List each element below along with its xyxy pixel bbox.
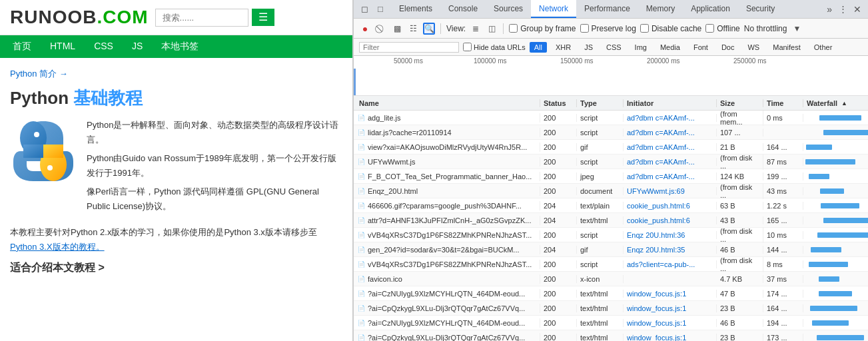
file-icon-9: 📄 [356, 245, 366, 254]
tab-console[interactable]: Console [440, 0, 486, 18]
nav-js[interactable]: JS [123, 35, 152, 58]
row-initiator-12[interactable]: window_focus.js:1 [624, 290, 717, 298]
table-row[interactable]: 📄 ?ai=CzNUlygL9XlzMCYHLrQTN_464DM-eoud..… [354, 286, 868, 301]
tab-application[interactable]: Application [683, 0, 738, 18]
nav-html[interactable]: HTML [41, 35, 85, 58]
tab-elements[interactable]: Elements [391, 0, 440, 18]
preserve-log-label[interactable]: Preserve log [580, 24, 636, 33]
row-name-9: 📄 gen_204?id=sodar&v=30&t=2&bgai=BUCkM..… [354, 245, 540, 254]
footer-link[interactable]: Python 3.X版本的教程。 [10, 242, 105, 252]
col-header-type[interactable]: Type [577, 99, 624, 107]
row-initiator-15[interactable]: window_focus.js:1 [624, 334, 717, 342]
tab-memory[interactable]: Memory [638, 0, 683, 18]
group-by-frame-checkbox[interactable] [509, 24, 518, 33]
filter-icon[interactable]: ☷ [407, 23, 419, 35]
row-initiator-14[interactable]: window_focus.js:1 [624, 319, 717, 327]
more-tabs-button[interactable]: » [823, 4, 835, 15]
undock-icon[interactable]: □ [373, 2, 388, 17]
search-button[interactable]: 🔍 [423, 23, 435, 35]
filter-input[interactable] [359, 42, 459, 53]
filter-all[interactable]: All [530, 42, 547, 53]
row-initiator-8[interactable]: Enqz 20U.html:36 [624, 231, 717, 239]
view-list-icon[interactable]: ≣ [470, 23, 482, 35]
filter-css[interactable]: CSS [602, 42, 626, 53]
filter-ws[interactable]: WS [743, 42, 764, 53]
col-header-waterfall[interactable]: Waterfall▲ [803, 99, 868, 107]
row-initiator-1[interactable]: ad?dbm c=AKAmf-... [624, 129, 717, 137]
row-initiator-7[interactable]: cookie_push.html:6 [624, 216, 717, 224]
row-initiator-10[interactable]: ads?client=ca-pub-... [624, 260, 717, 268]
waterfall-bar-13 [810, 306, 857, 311]
col-header-initiator[interactable]: Initiator [624, 99, 717, 107]
waterfall-bar-6 [821, 203, 859, 208]
camera-button[interactable]: ▩ [391, 23, 403, 35]
col-header-size[interactable]: Size [717, 99, 763, 107]
row-status-8: 200 [540, 231, 577, 239]
preserve-log-checkbox[interactable] [580, 24, 589, 33]
row-status-2: 200 [540, 143, 577, 151]
table-row[interactable]: 📄 favicon.ico 200 x-icon 4.7 KB 37 ms [354, 272, 868, 286]
row-initiator-4[interactable]: ad?dbm c=AKAmf-... [624, 172, 717, 180]
table-row[interactable]: 📄 F_B_COT_Tea_Set_Programmatic_banner_Ha… [354, 169, 868, 184]
nav-home[interactable]: 首页 [3, 35, 41, 58]
col-header-name[interactable]: Name [354, 99, 540, 107]
tab-sources[interactable]: Sources [486, 0, 531, 18]
row-initiator-5[interactable]: UFYwWwmt.js:69 [624, 187, 717, 195]
tab-network[interactable]: Network [531, 0, 576, 18]
table-row[interactable]: 📄 ?ai=CpQzkygL9XLu-Dlj3rQTQqr7gAtCz67VVq… [354, 330, 868, 341]
throttling-dropdown[interactable]: ▼ [791, 23, 803, 35]
separator2 [503, 23, 504, 34]
row-initiator-6[interactable]: cookie_push.html:6 [624, 202, 717, 210]
table-row[interactable]: 📄 466606.gif?cparams=google_push%3DAHNF.… [354, 198, 868, 213]
table-row[interactable]: 📄 Enqz_20U.html 200 document UFYwWwmt.js… [354, 184, 868, 198]
row-initiator-13[interactable]: window_focus.js:1 [624, 304, 717, 312]
filter-xhr[interactable]: XHR [551, 42, 576, 53]
offline-checkbox[interactable] [705, 24, 714, 33]
table-row[interactable]: 📄 vVB4qXRsC37Dg1P6FS82ZMhKPNReNJhzAST...… [354, 257, 868, 272]
filter-manifest[interactable]: Manifest [768, 42, 805, 53]
filter-other[interactable]: Other [809, 42, 837, 53]
hide-data-urls-checkbox[interactable] [463, 43, 472, 51]
row-initiator-9[interactable]: Enqz 20U.html:35 [624, 246, 717, 254]
table-row[interactable]: 📄 lidar.js?cache=r20110914 200 script ad… [354, 125, 868, 140]
search-input[interactable] [155, 9, 248, 27]
table-row[interactable]: 📄 UFYwWwmt.js 200 script ad?dbm c=AKAmf-… [354, 155, 868, 169]
filter-font[interactable]: Font [689, 42, 713, 53]
nav-bookmarks[interactable]: 本地书签 [152, 35, 208, 58]
col-header-time[interactable]: Time [763, 99, 803, 107]
filter-doc[interactable]: Doc [717, 42, 739, 53]
file-icon-12: 📄 [356, 289, 366, 298]
table-row[interactable]: 📄 gen_204?id=sodar&v=30&t=2&bgai=BUCkM..… [354, 242, 868, 257]
disable-cache-label[interactable]: Disable cache [640, 24, 701, 33]
table-row[interactable]: 📄 adg_lite.js 200 script ad?dbm c=AKAmf-… [354, 111, 868, 125]
tab-performance[interactable]: Performance [576, 0, 638, 18]
dock-icon[interactable]: ◻ [357, 2, 372, 17]
row-initiator-0[interactable]: ad?dbm c=AKAmf-... [624, 114, 717, 122]
col-header-status[interactable]: Status [540, 99, 577, 107]
filter-js[interactable]: JS [580, 42, 598, 53]
nav-css[interactable]: CSS [85, 35, 123, 58]
record-button[interactable]: ● [359, 23, 371, 35]
view-grid-icon[interactable]: ◫ [486, 23, 498, 35]
filter-media[interactable]: Media [655, 42, 685, 53]
row-initiator-3[interactable]: ad?dbm c=AKAmf-... [624, 158, 717, 166]
tab-security[interactable]: Security [738, 0, 783, 18]
table-row[interactable]: 📄 attr?d=AHNF13KJuPFIZmlCnH-_aG0zSGvpzZK… [354, 213, 868, 228]
row-initiator-2[interactable]: ad?dbm c=AKAmf-... [624, 143, 717, 151]
close-devtools-button[interactable]: ✕ [850, 4, 865, 15]
menu-button[interactable]: ☰ [252, 9, 274, 26]
table-row[interactable]: 📄 view?xai=AKAOjsuwoDiMlzRVydjUtyW4RnJ5R… [354, 140, 868, 155]
offline-label[interactable]: Offline [705, 24, 739, 33]
table-row[interactable]: 📄 ?ai=CzNUlygL9XlzMCYHLrQTN_464DM-eoud..… [354, 316, 868, 330]
row-type-6: text/plain [577, 202, 624, 210]
hide-data-urls-label[interactable]: Hide data URLs [463, 43, 526, 51]
clear-button[interactable]: ⃠ [375, 23, 387, 35]
table-row[interactable]: 📄 vVB4qXRsC37Dg1P6FS82ZMhKPNReNJhzAST...… [354, 228, 868, 242]
row-type-11: x-icon [577, 275, 624, 283]
settings-icon[interactable]: ⋮ [835, 2, 850, 17]
subtitle-link[interactable]: Python 简介 → [10, 68, 68, 80]
disable-cache-checkbox[interactable] [640, 24, 649, 33]
group-by-frame-label[interactable]: Group by frame [509, 24, 576, 33]
table-row[interactable]: 📄 ?ai=CpQzkygL9XLu-Dlj3rQTQqr7gAtCz67VVq… [354, 301, 868, 316]
filter-img[interactable]: Img [630, 42, 651, 53]
